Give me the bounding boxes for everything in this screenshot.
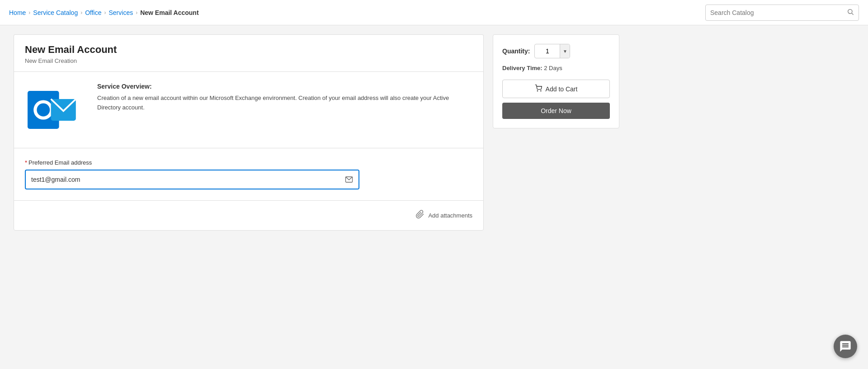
- paperclip-icon: [415, 210, 425, 221]
- email-field-label: *Preferred Email address: [25, 159, 472, 166]
- add-attachments-button[interactable]: Add attachments: [428, 212, 472, 219]
- quantity-select[interactable]: ▼: [534, 44, 570, 58]
- svg-line-1: [852, 13, 854, 15]
- breadcrumb-services[interactable]: Services: [109, 9, 133, 16]
- service-description-card: Service Overview: Creation of a new emai…: [14, 71, 484, 148]
- page-title: New Email Account: [25, 44, 472, 56]
- delivery-row: Delivery Time: 2 Days: [502, 65, 610, 71]
- email-input-wrapper: [25, 170, 359, 189]
- svg-point-8: [540, 90, 541, 91]
- breadcrumb-office-label: Office: [85, 9, 101, 16]
- cart-icon: [535, 85, 542, 93]
- breadcrumb-current-label: New Email Account: [140, 9, 198, 16]
- service-overview-text: Creation of a new email account within o…: [97, 94, 472, 113]
- email-icon: [340, 170, 359, 189]
- service-description: Service Overview: Creation of a new emai…: [97, 83, 472, 113]
- attachment-section: Add attachments: [14, 200, 484, 231]
- breadcrumb-office[interactable]: Office: [85, 9, 101, 16]
- right-panel: Quantity: ▼ Delivery Time: 2 Days: [493, 34, 619, 231]
- svg-point-0: [848, 9, 852, 13]
- quantity-arrow-up[interactable]: ▼: [560, 44, 570, 58]
- quantity-input[interactable]: [535, 46, 560, 57]
- left-panel: New Email Account New Email Creation: [14, 34, 484, 231]
- email-input[interactable]: [26, 171, 340, 188]
- search-icon: [847, 8, 854, 17]
- form-section: *Preferred Email address: [14, 148, 484, 200]
- service-logo: [25, 83, 79, 137]
- page-subtitle: New Email Creation: [25, 57, 472, 64]
- breadcrumb-services-label: Services: [109, 9, 133, 16]
- breadcrumb-current: New Email Account: [140, 9, 198, 16]
- outlook-logo-icon: [25, 83, 79, 137]
- chevron-icon-4: ›: [136, 9, 137, 16]
- order-now-button[interactable]: Order Now: [502, 103, 610, 119]
- delivery-value: 2 Days: [544, 65, 562, 71]
- delivery-label: Delivery Time:: [502, 65, 542, 71]
- search-input[interactable]: [710, 9, 843, 16]
- breadcrumb-home-label: Home: [9, 9, 26, 16]
- top-nav: Home › Service Catalog › Office › Servic…: [0, 0, 868, 25]
- svg-point-4: [37, 104, 50, 117]
- required-star: *: [25, 159, 27, 166]
- chevron-icon-2: ›: [80, 9, 82, 16]
- search-box[interactable]: [705, 5, 859, 21]
- main-content: New Email Account New Email Creation: [0, 25, 633, 240]
- order-now-label: Order Now: [541, 107, 571, 114]
- chevron-icon-3: ›: [104, 9, 106, 16]
- breadcrumb-home[interactable]: Home: [9, 9, 26, 16]
- breadcrumb-service-catalog-label: Service Catalog: [33, 9, 78, 16]
- service-overview-label: Service Overview:: [97, 83, 472, 90]
- quantity-label: Quantity:: [502, 47, 530, 55]
- breadcrumb-service-catalog[interactable]: Service Catalog: [33, 9, 78, 16]
- svg-point-7: [537, 90, 538, 91]
- order-card: Quantity: ▼ Delivery Time: 2 Days: [493, 34, 619, 128]
- quantity-row: Quantity: ▼: [502, 44, 610, 58]
- chevron-icon-1: ›: [28, 9, 30, 16]
- add-to-cart-label: Add to Cart: [546, 85, 578, 93]
- add-to-cart-button[interactable]: Add to Cart: [502, 80, 610, 98]
- page-title-section: New Email Account New Email Creation: [14, 34, 484, 71]
